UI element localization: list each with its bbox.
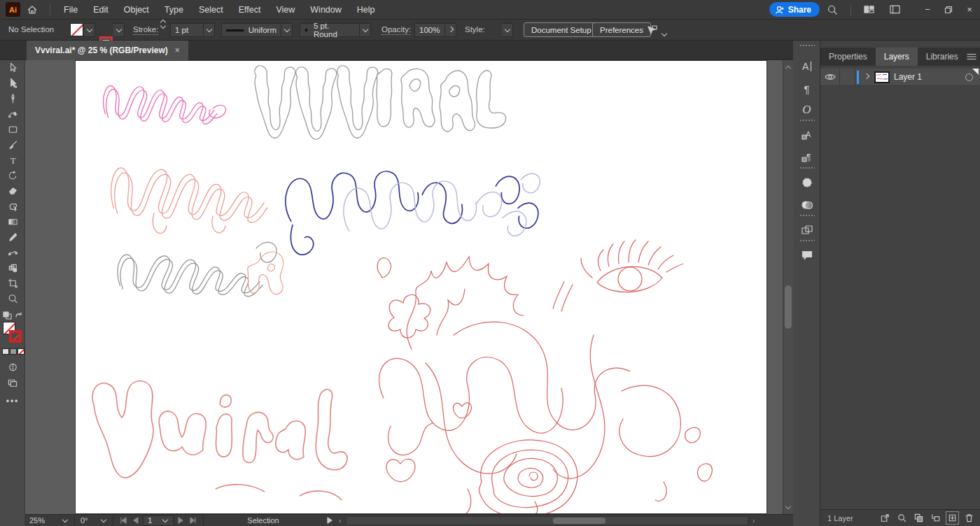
stroke-weight-field[interactable]: 1 pt: [170, 23, 204, 37]
layer-thumbnail[interactable]: [874, 71, 890, 83]
layer-name[interactable]: Layer 1: [894, 72, 922, 82]
artboards-panel-icon[interactable]: [793, 221, 820, 239]
locate-object-icon[interactable]: [897, 513, 907, 523]
menu-select[interactable]: Select: [191, 5, 231, 15]
brush-definition-dropdown[interactable]: • 5 pt. Round: [300, 23, 360, 37]
make-clipping-mask-icon[interactable]: [913, 513, 924, 523]
minimize-icon[interactable]: −: [917, 0, 938, 19]
opacity-field[interactable]: 100%: [414, 23, 445, 37]
blend-tool[interactable]: [0, 245, 25, 260]
gradient-tool[interactable]: [0, 214, 25, 229]
rotation-value[interactable]: 0°: [80, 516, 102, 525]
document-tab[interactable]: Vvviral.ai* @ 25 % (RGB/Preview) ×: [27, 41, 188, 60]
zoom-level-value[interactable]: 25%: [29, 516, 63, 525]
navy-bubble-vviral[interactable]: [286, 171, 538, 255]
width-profile-dropdown[interactable]: Uniform: [221, 23, 281, 37]
scroll-down-icon[interactable]: [786, 501, 790, 511]
search-icon[interactable]: [820, 4, 845, 15]
paragraph-panel-icon[interactable]: ¶: [793, 80, 820, 98]
swap-fill-stroke-icon[interactable]: [2, 311, 23, 320]
artboard-dropdown-icon[interactable]: [162, 516, 168, 522]
opacity-expand-button[interactable]: [445, 23, 456, 37]
strip-group-handle-4[interactable]: [799, 239, 815, 243]
lavender-bubble-vviral[interactable]: [344, 173, 540, 236]
strip-group-handle-1[interactable]: [799, 119, 815, 122]
tab-close-icon[interactable]: ×: [175, 45, 180, 55]
artboard-tool[interactable]: [0, 276, 25, 291]
eraser-tool[interactable]: [0, 183, 25, 199]
eyedropper-tool[interactable]: [0, 229, 25, 245]
color-button[interactable]: [2, 348, 9, 355]
layer-row[interactable]: Layer 1: [820, 69, 980, 86]
paintbrush-tool[interactable]: [0, 137, 25, 152]
character-styles-panel-icon[interactable]: A: [793, 126, 820, 144]
layer-visibility-eye-icon[interactable]: [820, 69, 840, 86]
artboard[interactable]: [75, 60, 767, 514]
menu-window[interactable]: Window: [302, 5, 349, 15]
type-tool[interactable]: T: [0, 152, 25, 168]
zoom-tool[interactable]: [0, 291, 25, 306]
salmon-script-vviral[interactable]: [111, 168, 267, 234]
fill-color-swatch[interactable]: [70, 23, 83, 36]
strip-drag-handle[interactable]: [799, 44, 815, 48]
delete-selection-icon[interactable]: [964, 513, 974, 523]
paragraph-styles-panel-icon[interactable]: ¶: [793, 148, 820, 166]
strip-group-handle-2[interactable]: [799, 166, 815, 170]
status-expand-icon[interactable]: [327, 517, 333, 524]
menu-help[interactable]: Help: [349, 5, 383, 15]
transparency-panel-icon[interactable]: [793, 196, 820, 214]
gray-overlap-vviral[interactable]: [118, 242, 276, 296]
hscroll-right-icon[interactable]: ›: [752, 516, 755, 525]
stroke-dropdown-button[interactable]: [113, 23, 125, 37]
hscroll-left-icon[interactable]: ‹: [339, 516, 342, 525]
selection-options-chevron[interactable]: [662, 28, 666, 38]
screen-mode-button[interactable]: [0, 375, 25, 390]
close-icon[interactable]: ×: [959, 0, 980, 19]
pen-tool[interactable]: [0, 91, 25, 106]
horizontal-scroll-thumb[interactable]: [553, 518, 606, 524]
gradient-button[interactable]: [10, 348, 17, 355]
stroke-weight-dropdown[interactable]: [204, 23, 215, 37]
previous-artboard-icon[interactable]: [132, 517, 139, 524]
zoom-dropdown-icon[interactable]: [62, 516, 68, 522]
tab-layers[interactable]: Layers: [876, 48, 918, 66]
direct-selection-tool[interactable]: [0, 76, 25, 91]
shaper-tool[interactable]: [0, 199, 25, 214]
style-dropdown[interactable]: [502, 23, 513, 37]
curvature-tool[interactable]: [0, 106, 25, 122]
arrange-documents-icon[interactable]: [857, 4, 881, 15]
red-sketch-vvviral[interactable]: [377, 240, 712, 513]
character-panel-icon[interactable]: A: [793, 57, 820, 76]
symbol-sprayer-tool[interactable]: [0, 260, 25, 276]
brush-chevron[interactable]: [360, 23, 371, 37]
share-button[interactable]: Share: [769, 2, 820, 17]
last-artboard-icon[interactable]: [189, 517, 197, 524]
stroke-weight-stepper[interactable]: [161, 22, 165, 28]
tab-properties[interactable]: Properties: [820, 48, 876, 66]
menu-object[interactable]: Object: [116, 5, 157, 15]
vertical-scrollbar[interactable]: [783, 60, 793, 514]
selection-options-icon[interactable]: [645, 24, 658, 38]
next-artboard-icon[interactable]: [178, 517, 184, 524]
edit-toolbar-button[interactable]: •••: [0, 393, 25, 408]
artboard-number-field[interactable]: 1: [143, 516, 174, 526]
opacity-label[interactable]: Opacity:: [382, 25, 411, 35]
none-button[interactable]: [18, 348, 24, 355]
brushes-panel-icon[interactable]: [793, 173, 820, 192]
pink-script-vvviral[interactable]: [104, 85, 226, 124]
create-sublayer-icon[interactable]: [930, 513, 941, 523]
menu-effect[interactable]: Effect: [231, 5, 269, 15]
vertical-scroll-thumb[interactable]: [785, 285, 792, 329]
stroke-proxy-swatch[interactable]: [9, 330, 22, 343]
menu-file[interactable]: File: [56, 5, 85, 15]
strip-group-handle-3[interactable]: [799, 214, 815, 218]
first-artboard-icon[interactable]: [119, 517, 127, 524]
panel-menu-icon[interactable]: [967, 48, 980, 66]
drawing-modes-button[interactable]: [0, 360, 25, 375]
tab-libraries[interactable]: Libraries: [918, 48, 967, 66]
scroll-up-icon[interactable]: [786, 63, 790, 73]
big-salmon-vviral[interactable]: [92, 381, 347, 501]
stroke-weight-label[interactable]: Stroke:: [133, 25, 158, 35]
menu-view[interactable]: View: [268, 5, 302, 15]
selection-tool[interactable]: [0, 60, 25, 76]
